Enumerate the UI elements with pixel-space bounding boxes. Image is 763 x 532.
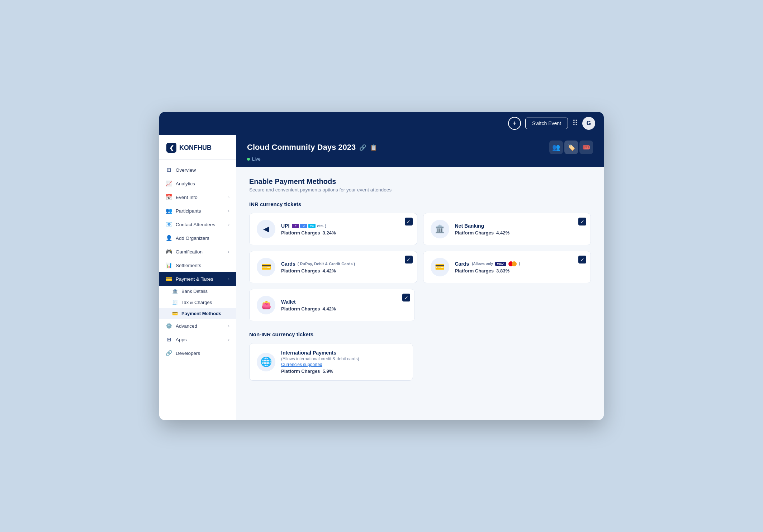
link-icon[interactable]: 🔗 bbox=[359, 144, 366, 151]
sidebar-item-label: Settlements bbox=[176, 263, 201, 268]
cards-visa-info: Cards (Allows only VISA ) Platform Charg… bbox=[455, 261, 584, 274]
sidebar-item-contact-attendees[interactable]: 📧 Contact Attendees › bbox=[159, 218, 236, 231]
phonepe-logo: P bbox=[292, 224, 299, 228]
sidebar-item-analytics[interactable]: 📈 Analytics bbox=[159, 177, 236, 190]
event-title: Cloud Community Days 2023 bbox=[247, 143, 356, 152]
cards-visa-check[interactable]: ✓ bbox=[578, 256, 586, 263]
sidebar-item-overview[interactable]: ⊞ Overview bbox=[159, 163, 236, 177]
participants-icon: 👥 bbox=[166, 208, 172, 214]
event-header-top: Cloud Community Days 2023 🔗 📋 👥 🏷️ 🎟️ bbox=[247, 141, 593, 154]
payment-card-international[interactable]: 🌐 International Payments (Allows interna… bbox=[249, 343, 413, 381]
sidebar-item-participants[interactable]: 👥 Participants › bbox=[159, 204, 236, 218]
sidebar-item-label: Apps bbox=[176, 337, 187, 342]
sidebar-item-label: Event Info bbox=[176, 195, 198, 200]
payment-card-cards-all[interactable]: 💳 Cards ( RuPay, Debit & Credit Cards ) … bbox=[249, 251, 417, 283]
analytics-icon: 📈 bbox=[166, 180, 172, 187]
net-banking-icon: 🏛️ bbox=[431, 220, 449, 238]
gamification-icon: 🎮 bbox=[166, 248, 172, 255]
grid-icon[interactable]: ⠿ bbox=[572, 119, 578, 128]
chevron-icon: › bbox=[228, 324, 229, 328]
switch-event-button[interactable]: Switch Event bbox=[525, 118, 568, 129]
upi-name: UPI P G Pay etc. ) bbox=[281, 223, 410, 229]
sidebar-item-gamification[interactable]: 🎮 Gamification › bbox=[159, 245, 236, 258]
chevron-icon: › bbox=[228, 209, 229, 213]
sidebar-item-advanced[interactable]: ⚙️ Advanced › bbox=[159, 319, 236, 333]
logo-area: ❮ KONFHUB bbox=[159, 135, 236, 160]
overview-icon: ⊞ bbox=[166, 167, 172, 173]
page-title: Enable Payment Methods bbox=[249, 177, 591, 186]
ticket-action-button[interactable]: 🎟️ bbox=[579, 141, 593, 154]
cards-all-icon: 💳 bbox=[257, 258, 275, 276]
upi-icon: ◀ bbox=[257, 220, 275, 238]
payment-taxes-icon: 💳 bbox=[166, 276, 172, 282]
sidebar-item-payment-taxes[interactable]: 💳 Payment & Taxes › bbox=[159, 272, 236, 286]
copy-icon[interactable]: 📋 bbox=[370, 144, 377, 151]
payment-card-cards-visa[interactable]: 💳 Cards (Allows only VISA ) bbox=[423, 251, 591, 283]
payment-card-net-banking[interactable]: 🏛️ Net Banking Platform Charges 4.42% ✓ bbox=[423, 213, 591, 245]
etc-label: etc. ) bbox=[317, 224, 326, 228]
sidebar-item-payment-methods[interactable]: 💳 Payment Methods bbox=[159, 308, 236, 319]
sidebar-item-label: Developers bbox=[176, 351, 200, 356]
event-status: Live bbox=[247, 154, 593, 167]
net-banking-check[interactable]: ✓ bbox=[578, 218, 586, 225]
sidebar-item-apps[interactable]: ⊞ Apps › bbox=[159, 333, 236, 346]
currencies-supported-link[interactable]: Currencies supported bbox=[281, 362, 406, 367]
sidebar-item-label: Gamification bbox=[176, 249, 203, 255]
wallet-check[interactable]: ✓ bbox=[402, 294, 410, 301]
status-dot bbox=[247, 158, 250, 161]
cards-visa-name: Cards (Allows only VISA ) bbox=[455, 261, 584, 267]
upi-check[interactable]: ✓ bbox=[405, 218, 413, 225]
event-header: Cloud Community Days 2023 🔗 📋 👥 🏷️ 🎟️ Li… bbox=[236, 135, 604, 167]
sidebar-item-label: Analytics bbox=[176, 181, 195, 186]
globe-icon: 🌐 bbox=[257, 353, 275, 371]
settlements-icon: 📊 bbox=[166, 262, 172, 269]
page-content: Enable Payment Methods Secure and conven… bbox=[236, 167, 604, 420]
sidebar-item-developers[interactable]: 🔗 Developers bbox=[159, 346, 236, 360]
upi-charges: Platform Charges 3.24% bbox=[281, 230, 410, 236]
inr-payment-grid: ◀ UPI P G Pay etc. ) bbox=[249, 213, 591, 283]
avatar[interactable]: G bbox=[582, 117, 595, 130]
sidebar-sub-label: Tax & Charges bbox=[181, 300, 212, 305]
gpay-logo: G bbox=[300, 224, 307, 228]
sidebar-item-settlements[interactable]: 📊 Settlements bbox=[159, 258, 236, 272]
cards-all-check[interactable]: ✓ bbox=[405, 256, 413, 263]
add-button[interactable]: + bbox=[508, 117, 521, 130]
chevron-icon: › bbox=[228, 222, 229, 227]
cards-all-name: Cards ( RuPay, Debit & Credit Cards ) bbox=[281, 261, 410, 267]
page-subtitle: Secure and convenient payments options f… bbox=[249, 187, 591, 193]
tag-action-button[interactable]: 🏷️ bbox=[564, 141, 578, 154]
inr-section-title: INR currency tickets bbox=[249, 201, 591, 207]
intl-info: International Payments (Allows internati… bbox=[281, 350, 406, 374]
chevron-icon: › bbox=[228, 277, 229, 281]
intl-sub: (Allows international credit & debit car… bbox=[281, 356, 406, 361]
cards-visa-icon: 💳 bbox=[431, 258, 449, 276]
cards-all-info: Cards ( RuPay, Debit & Credit Cards ) Pl… bbox=[281, 261, 410, 274]
event-info-icon: 📅 bbox=[166, 194, 172, 200]
add-organizers-icon: 👤 bbox=[166, 235, 172, 241]
chevron-icon: › bbox=[228, 195, 229, 199]
sidebar-item-event-info[interactable]: 📅 Event Info › bbox=[159, 190, 236, 204]
non-inr-section-title: Non-INR currency tickets bbox=[249, 331, 591, 337]
wallet-icon: 👛 bbox=[257, 296, 275, 314]
chevron-icon: › bbox=[228, 337, 229, 342]
chevron-icon: › bbox=[228, 250, 229, 254]
sidebar-sub-label: Bank Details bbox=[181, 289, 208, 294]
payment-card-upi[interactable]: ◀ UPI P G Pay etc. ) bbox=[249, 213, 417, 245]
sidebar-item-tax-charges[interactable]: 🧾 Tax & Charges bbox=[159, 297, 236, 308]
sidebar-item-add-organizers[interactable]: 👤 Add Organizers bbox=[159, 231, 236, 245]
header-actions: 👥 🏷️ 🎟️ bbox=[549, 141, 593, 154]
sidebar-item-bank-details[interactable]: 🏦 Bank Details bbox=[159, 286, 236, 297]
upi-info: UPI P G Pay etc. ) Platform Charges 3.24… bbox=[281, 223, 410, 236]
top-bar: + Switch Event ⠿ G bbox=[159, 112, 604, 135]
sidebar-sub-label: Payment Methods bbox=[181, 311, 221, 316]
net-banking-charges: Platform Charges 4.42% bbox=[455, 230, 584, 236]
logo-text: KONFHUB bbox=[179, 144, 212, 152]
wallet-name: Wallet bbox=[281, 299, 407, 305]
tax-charges-icon: 🧾 bbox=[172, 300, 178, 305]
non-inr-section: Non-INR currency tickets 🌐 International… bbox=[249, 331, 591, 381]
sidebar: ❮ KONFHUB ⊞ Overview 📈 Analytics 📅 Event… bbox=[159, 135, 236, 420]
people-action-button[interactable]: 👥 bbox=[549, 141, 563, 154]
sidebar-item-label: Payment & Taxes bbox=[176, 276, 213, 282]
payment-card-wallet[interactable]: 👛 Wallet Platform Charges 4.42% ✓ bbox=[249, 289, 415, 321]
contact-attendees-icon: 📧 bbox=[166, 221, 172, 228]
